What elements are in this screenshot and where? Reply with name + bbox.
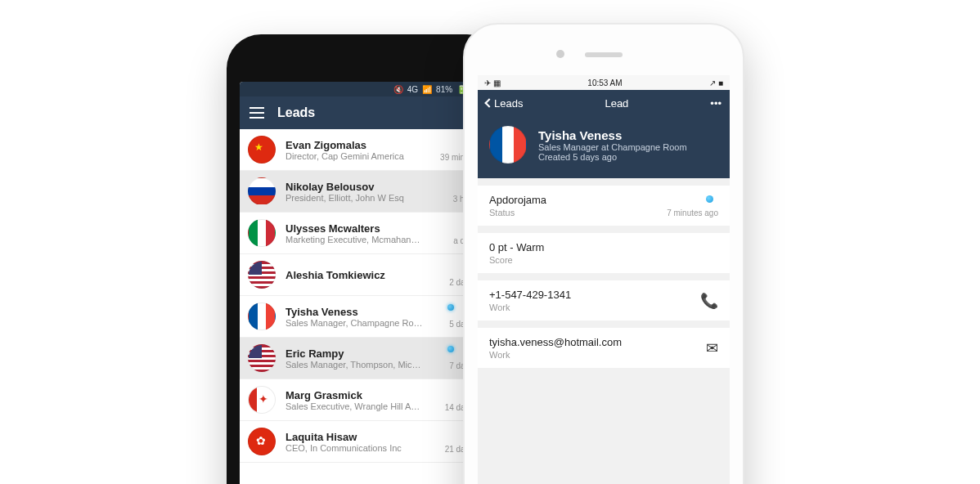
score-value: 0 pt - Warm xyxy=(489,241,718,253)
lead-name: Tyisha Veness xyxy=(285,306,439,318)
score-label: Score xyxy=(489,255,718,265)
lead-role: Sales Manager at Champagne Room xyxy=(538,142,687,152)
ios-status-bar: ✈︎ ▦ 10:53 AM ↗ ■ xyxy=(478,75,730,90)
lead-row[interactable]: Tyisha VenessSales Manager, Champagne Ro… xyxy=(240,296,488,338)
android-appbar: Leads xyxy=(240,96,488,129)
android-status-bar: 🔇 4G 📶 81% 🔋 17: xyxy=(240,82,488,96)
lead-subtitle: Sales Executive, Wrangle Hill A… xyxy=(285,401,435,411)
lead-row[interactable]: Eric RampySales Manager, Thompson, Mic…7… xyxy=(240,338,488,379)
lead-text: Tyisha VenessSales Manager, Champagne Ro… xyxy=(285,306,439,328)
phone-card[interactable]: +1-547-429-1341 Work 📞 xyxy=(478,280,730,320)
phone-label: Work xyxy=(489,302,718,312)
iphone-frame: ✈︎ ▦ 10:53 AM ↗ ■ Leads Lead ••• Tyisha … xyxy=(463,23,744,484)
more-button[interactable]: ••• xyxy=(710,97,722,110)
phone-icon[interactable]: 📞 xyxy=(700,292,718,310)
email-value: tyisha.veness@hotmail.com xyxy=(489,336,718,348)
lead-row[interactable]: Nikolay BelousovPresident, Elliott, John… xyxy=(240,171,488,213)
lead-header-text: Tyisha Veness Sales Manager at Champagne… xyxy=(538,128,687,162)
lead-subtitle: Sales Manager, Champagne Ro… xyxy=(285,318,439,328)
lead-subtitle: Director, Cap Gemini America xyxy=(285,151,430,161)
status-card[interactable]: Apdorojama Status 7 minutes ago xyxy=(478,186,730,226)
speaker xyxy=(585,52,623,57)
lead-name: Nikolay Belousov xyxy=(285,181,443,193)
status-clock: 10:53 AM xyxy=(587,78,622,87)
lead-name: Aleshia Tomkiewicz xyxy=(285,269,439,281)
lead-row[interactable]: Marg GrasmickSales Executive, Wrangle Hi… xyxy=(240,379,488,421)
flag-icon xyxy=(248,386,276,414)
status-battery: 81% xyxy=(436,85,452,94)
ios-appbar: Leads Lead ••• xyxy=(478,90,730,116)
front-camera xyxy=(556,50,564,58)
flag-icon xyxy=(248,302,276,330)
lead-flag-icon xyxy=(489,126,527,164)
lead-name: Laquita Hisaw xyxy=(285,431,435,443)
phone-value: +1-547-429-1341 xyxy=(489,289,718,301)
flag-icon xyxy=(248,219,276,247)
lead-name: Ulysses Mcwalters xyxy=(285,222,443,235)
lead-subtitle: President, Elliott, John W Esq xyxy=(285,193,443,203)
lead-text: Marg GrasmickSales Executive, Wrangle Hi… xyxy=(285,389,435,411)
flag-icon xyxy=(248,428,276,455)
lead-text: Evan ZigomalasDirector, Cap Gemini Ameri… xyxy=(285,139,430,161)
status-value: Apdorojama xyxy=(489,194,718,206)
lead-subtitle: Sales Manager, Thompson, Mic… xyxy=(285,360,439,370)
email-icon[interactable]: ✉ xyxy=(706,339,718,357)
score-card[interactable]: 0 pt - Warm Score xyxy=(478,233,730,273)
lead-subtitle: Marketing Executive, Mcmahan… xyxy=(285,235,443,244)
menu-icon[interactable] xyxy=(249,107,264,119)
unread-dot-icon xyxy=(706,195,713,203)
lead-text: Ulysses McwaltersMarketing Executive, Mc… xyxy=(285,222,443,244)
lead-name: Tyisha Veness xyxy=(538,128,687,142)
leads-list[interactable]: Evan ZigomalasDirector, Cap Gemini Ameri… xyxy=(240,129,488,484)
lead-header: Tyisha Veness Sales Manager at Champagne… xyxy=(478,116,730,178)
lead-created: Created 5 days ago xyxy=(538,152,687,162)
back-label: Leads xyxy=(494,97,523,110)
lead-name: Eric Rampy xyxy=(285,347,439,360)
status-bars-icon: 📶 xyxy=(422,85,432,94)
chevron-left-icon xyxy=(484,98,493,107)
back-button[interactable]: Leads xyxy=(486,97,523,110)
unread-dot-icon xyxy=(447,304,454,311)
status-time: 7 minutes ago xyxy=(667,208,718,217)
flag-icon xyxy=(248,261,276,289)
status-signal: 4G xyxy=(407,85,418,94)
lead-text: Aleshia Tomkiewicz xyxy=(285,269,439,281)
lead-name: Marg Grasmick xyxy=(285,389,435,401)
flag-icon xyxy=(248,177,276,205)
email-label: Work xyxy=(489,350,718,360)
lead-row[interactable]: Aleshia Tomkiewicz2 days a xyxy=(240,254,488,296)
flag-icon xyxy=(248,136,276,164)
iphone-screen: ✈︎ ▦ 10:53 AM ↗ ■ Leads Lead ••• Tyisha … xyxy=(478,75,730,484)
android-screen: 🔇 4G 📶 81% 🔋 17: Leads Evan ZigomalasDir… xyxy=(240,82,488,484)
status-left-icons: ✈︎ ▦ xyxy=(484,78,501,87)
lead-subtitle: CEO, In Communications Inc xyxy=(285,443,435,453)
lead-row[interactable]: Ulysses McwaltersMarketing Executive, Mc… xyxy=(240,213,488,254)
android-phone-frame: 🔇 4G 📶 81% 🔋 17: Leads Evan ZigomalasDir… xyxy=(227,34,501,484)
lead-row[interactable]: Laquita HisawCEO, In Communications Inc2… xyxy=(240,421,488,463)
flag-icon xyxy=(248,344,276,372)
appbar-title: Leads xyxy=(277,105,315,120)
lead-text: Nikolay BelousovPresident, Elliott, John… xyxy=(285,181,443,203)
status-right-icons: ↗ ■ xyxy=(709,78,723,87)
status-mute-icon: 🔇 xyxy=(393,85,403,94)
lead-name: Evan Zigomalas xyxy=(285,139,430,151)
screen-title: Lead xyxy=(605,97,628,110)
lead-text: Eric RampySales Manager, Thompson, Mic… xyxy=(285,347,439,370)
unread-dot-icon xyxy=(447,346,454,352)
email-card[interactable]: tyisha.veness@hotmail.com Work ✉ xyxy=(478,328,730,368)
lead-text: Laquita HisawCEO, In Communications Inc xyxy=(285,431,435,453)
lead-row[interactable]: Evan ZigomalasDirector, Cap Gemini Ameri… xyxy=(240,129,488,171)
